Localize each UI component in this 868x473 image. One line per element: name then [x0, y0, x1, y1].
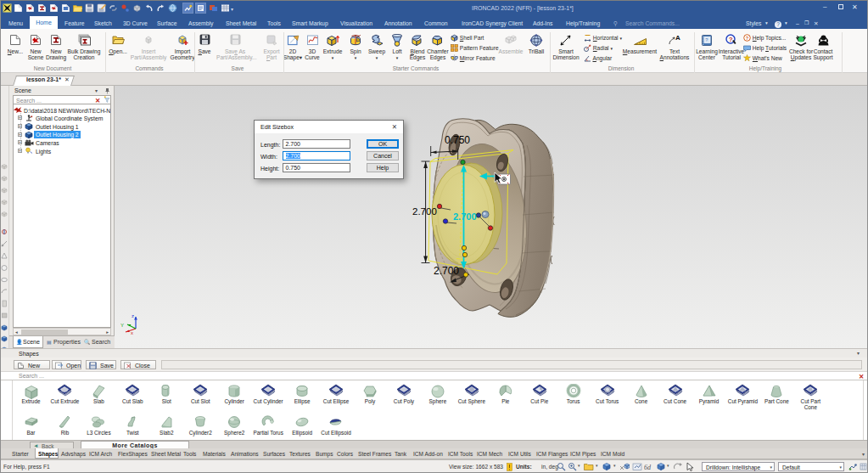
svg-text:6d: 6d — [644, 464, 652, 471]
svg-text:0.750: 0.750 — [445, 134, 470, 146]
svg-text:2.700: 2.700 — [412, 206, 437, 217]
svg-text:2.700: 2.700 — [434, 265, 459, 277]
svg-text:?: ? — [705, 37, 708, 42]
svg-text:x: x — [131, 330, 133, 335]
svg-text:2.700: 2.700 — [453, 211, 477, 222]
svg-text:Y: Y — [120, 323, 124, 328]
svg-text:z: z — [132, 313, 134, 318]
svg-text:?: ? — [729, 36, 733, 43]
svg-text:A: A — [675, 34, 680, 42]
